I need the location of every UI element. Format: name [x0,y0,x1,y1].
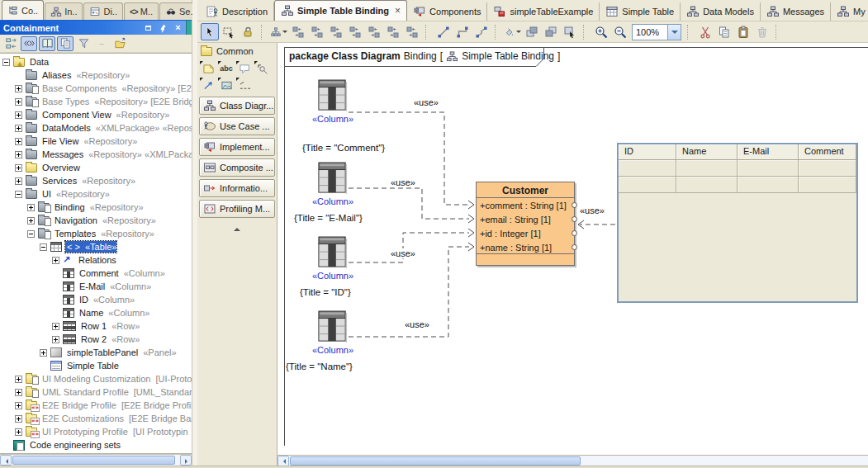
tree-item-aliases[interactable]: Aliases«Repository» [0,69,192,82]
dash-button[interactable]: – [93,36,110,51]
send-to-back-button[interactable] [542,23,560,40]
tab-simple-table[interactable]: Simple Table [600,2,681,21]
tree-item-ui[interactable]: UI«Repository» [0,187,192,201]
tree-item-datamodels[interactable]: DataModels«XMLPackage» «Reposit [0,121,192,135]
palette-tool-note[interactable] [199,60,217,77]
tab-components[interactable]: Components [407,2,487,21]
line-style-rectilinear-button[interactable] [453,23,472,40]
palette-tool-text[interactable]: abc [217,60,235,77]
diagram-frame-header[interactable]: package Class Diagram Binding [ Simple T… [284,47,544,67]
lock-button[interactable] [239,23,257,40]
zoom-in-button[interactable] [592,23,610,40]
attribute-port[interactable] [572,244,577,250]
tree-item-ui-prototyping-profile[interactable]: UI Prototyping Profile[UI Prototypin [0,425,192,438]
class-attribute[interactable]: +id : Integer [1] [477,227,574,241]
expander-plus-icon[interactable] [15,415,22,423]
column-node-2[interactable] [317,235,349,270]
cursor-button[interactable] [201,23,219,40]
tab-messages[interactable]: Messages [761,2,831,21]
tree-item-code-engineering-sets[interactable]: Code engineering sets [0,438,192,451]
expander-minus-icon[interactable] [40,243,47,251]
delete-button[interactable] [753,23,771,40]
tree-item-simple-table[interactable]: Simple Table [0,359,192,372]
copy-button[interactable] [715,23,733,40]
column-title-constraint[interactable]: {Title = "ID"} [300,287,351,297]
expander-plus-icon[interactable] [52,336,59,343]
tree-item-comment[interactable]: Comment«Column» [0,267,192,280]
show-documentation-button[interactable] [39,36,55,51]
scroll-left-arrow[interactable] [0,455,12,466]
tree-item-navigation[interactable]: Navigation«Repository» [0,214,192,227]
tree-item-templates[interactable]: Templates«Repository» [0,227,192,240]
use-dependency-email[interactable] [349,188,469,219]
expander-plus-icon[interactable] [15,428,22,436]
tab-my-objects[interactable]: My Objects [831,2,868,21]
tree-item-overview[interactable]: Overview [0,161,192,174]
cut-button[interactable] [696,23,714,40]
expander-plus-icon[interactable] [15,151,22,158]
column-stereotype-label[interactable]: «Column» [309,196,357,206]
palette-tool-dashed-line[interactable] [235,77,254,93]
line-style-oblique-button[interactable] [472,23,491,40]
expander-plus-icon[interactable] [15,125,22,132]
palette-button-informatio[interactable]: Informatio... [199,179,275,197]
tree-item-e2e-bridge-profile[interactable]: E2E Bridge Profile[E2E Bridge Profile [0,399,192,412]
attribute-port[interactable] [572,230,577,236]
dropdown-arrow-icon[interactable] [516,31,521,35]
tab-simple-table-binding[interactable]: Simple Table Binding× [274,0,407,21]
align-bottom-button[interactable] [346,23,364,40]
tree-item-row-2[interactable]: Row 2«Row» [0,333,192,346]
tree-item-messages[interactable]: Messages«Repository» «XMLPackag [0,148,192,161]
pin-button[interactable] [158,22,168,33]
tab-description[interactable]: Description [200,2,274,21]
expander-plus-icon[interactable] [40,349,47,357]
tree-item-file-view[interactable]: File View«Repository» [0,135,192,148]
use-edge-label[interactable]: «use» [578,206,606,215]
tree-item-data[interactable]: Data [0,55,192,69]
line-style-diagonal-button[interactable] [434,23,453,40]
expander-plus-icon[interactable] [15,98,22,106]
tree-item-name[interactable]: Name«Column» [0,306,192,319]
palette-button-use-case[interactable]: Use Case ... [199,117,275,135]
column-stereotype-label[interactable]: «Column» [309,345,357,355]
palette-scroll-up-icon[interactable] [234,225,240,231]
palette-button-profiling-m[interactable]: Profiling M... [199,200,275,218]
zoom-combobox[interactable]: 100% [632,24,681,40]
column-stereotype-label[interactable]: «Column» [309,271,357,281]
palette-button-implement[interactable]: Implement... [199,138,275,156]
tree-horizontal-scrollbar[interactable] [0,454,192,466]
palette-tool-anchor[interactable] [254,60,272,77]
expander-plus-icon[interactable] [27,217,35,225]
left-tab-co[interactable]: Co.. [2,0,44,20]
open-in-new-tab-button[interactable] [111,36,128,51]
expander-plus-icon[interactable] [15,402,22,409]
collapse-all-button[interactable] [2,36,19,51]
column-title-constraint[interactable]: {Title = "E-Mail"} [294,213,363,223]
tree-item-simpletablepanel[interactable]: simpleTablePanel«Panel» [0,346,192,359]
expander-plus-icon[interactable] [52,323,59,330]
expander-plus-icon[interactable] [15,111,22,119]
show-auxiliary-button[interactable] [57,36,74,51]
format-painter-button[interactable] [504,23,522,40]
diagram-canvas[interactable]: package Class Diagram Binding [ Simple T… [277,43,868,466]
left-tab-m[interactable]: <>M.. [124,2,159,20]
indent-button[interactable] [403,23,421,40]
column-node-3[interactable] [317,310,349,344]
column-title-constraint[interactable]: {Title = "Comment"} [302,143,385,153]
use-edge-label[interactable]: «use» [389,177,417,187]
column-node-0[interactable] [317,78,349,113]
palette-button-composite[interactable]: Composite ... [199,158,275,177]
tree-item-services[interactable]: Services«Repository» [0,174,192,187]
tree-item-base-components[interactable]: Base Components«Repository» [E2E [0,82,192,95]
marquee-button[interactable] [220,23,238,40]
float-button[interactable] [143,22,154,33]
tree-item-uml-standard-profile[interactable]: UML Standard Profile[UML_Standar [0,385,192,399]
expander-minus-icon[interactable] [15,191,22,198]
tree-item-[interactable]: < >«Table» [0,240,192,253]
expander-plus-icon[interactable] [15,138,22,145]
class-customer[interactable]: Customer +comment : String [1]+email : S… [476,182,575,266]
expander-minus-icon[interactable] [2,59,10,66]
canvas-horizontal-scrollbar[interactable] [277,455,868,466]
close-button[interactable]: × [173,22,183,33]
use-edge-label[interactable]: «use» [389,248,417,258]
